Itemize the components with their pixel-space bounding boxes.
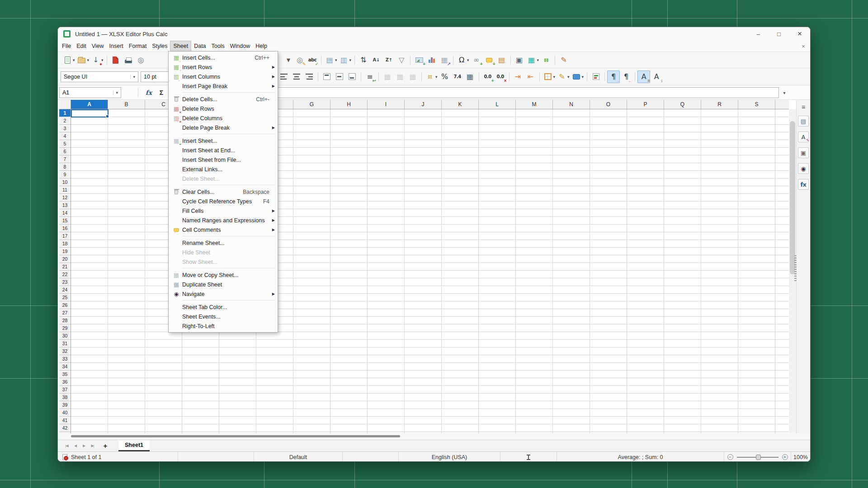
- sidebar-settings-icon[interactable]: ≡: [802, 103, 805, 111]
- format-as-date-button[interactable]: ▦: [464, 70, 476, 83]
- column-header-m[interactable]: M: [516, 100, 553, 109]
- sort-button[interactable]: ⇅: [357, 54, 370, 66]
- menubar-item-edit[interactable]: Edit: [74, 41, 89, 52]
- sum-button[interactable]: Σ: [156, 87, 166, 98]
- row-header-39[interactable]: 39: [59, 401, 71, 409]
- row-header-36[interactable]: 36: [59, 378, 71, 386]
- menubar-item-help[interactable]: Help: [253, 41, 270, 52]
- row-header-25[interactable]: 25: [59, 294, 71, 301]
- next-sheet-button[interactable]: ▶: [80, 444, 88, 448]
- row-header-16[interactable]: 16: [59, 225, 71, 232]
- menubar-item-tools[interactable]: Tools: [209, 41, 227, 52]
- align-left-button[interactable]: [278, 70, 290, 83]
- insert-chart-button[interactable]: [425, 54, 438, 66]
- selected-cell-a1[interactable]: [71, 109, 108, 117]
- headers-and-footers-button[interactable]: ▤: [495, 54, 508, 66]
- menu-item-navigate[interactable]: ◉Navigate▶: [169, 289, 278, 299]
- menu-item-named-ranges-and-expressions[interactable]: Named Ranges and Expressions▶: [169, 216, 278, 225]
- row-header-34[interactable]: 34: [59, 363, 71, 371]
- menu-item-delete-cells[interactable]: Delete Cells...Ctrl+-: [169, 94, 278, 104]
- column-header-b[interactable]: B: [108, 100, 145, 109]
- menubar-item-sheet[interactable]: Sheet: [170, 41, 191, 52]
- insert-image-button[interactable]: +: [413, 54, 425, 66]
- menubar-item-file[interactable]: File: [59, 41, 74, 52]
- styles-deck-button[interactable]: A✎: [798, 131, 809, 142]
- column-header-o[interactable]: O: [590, 100, 627, 109]
- align-right-button[interactable]: [303, 70, 316, 83]
- row-header-5[interactable]: 5: [59, 140, 71, 148]
- show-draw-functions-button[interactable]: ✎: [557, 54, 570, 66]
- row-header-2[interactable]: 2: [59, 117, 71, 125]
- row-header-4[interactable]: 4: [59, 132, 71, 140]
- menu-item-sheet-tab-color[interactable]: Sheet Tab Color...: [169, 302, 278, 312]
- border-color-button[interactable]: ▾: [571, 70, 585, 83]
- column-header-g[interactable]: G: [293, 100, 330, 109]
- add-decimal-place-button[interactable]: 0.0+: [481, 70, 494, 83]
- close-document-icon[interactable]: ×: [799, 41, 807, 52]
- maximize-button[interactable]: □: [769, 27, 789, 41]
- insert-hyperlink-button[interactable]: ∞+: [470, 54, 483, 66]
- increase-indent-button[interactable]: ⇥: [512, 70, 524, 83]
- insert-pivot-table-button[interactable]: ▦↗: [438, 54, 451, 66]
- open-file-button[interactable]: ▾: [76, 54, 90, 66]
- row-header-6[interactable]: 6: [59, 148, 71, 155]
- row-header-11[interactable]: 11: [59, 186, 71, 194]
- font-name-combo[interactable]: Segoe UI ▾: [61, 71, 138, 82]
- menu-item-insert-sheet-from-file[interactable]: Insert Sheet from File...: [169, 155, 278, 164]
- row-header-31[interactable]: 31: [59, 340, 71, 347]
- menu-item-insert-cells[interactable]: ▦→Insert Cells...Ctrl++: [169, 53, 278, 62]
- find-and-replace-button[interactable]: ◎✎: [293, 54, 306, 66]
- menu-item-insert-sheet[interactable]: ▦+Insert Sheet...: [169, 136, 278, 145]
- freeze-rows-and-columns-button[interactable]: ▦▾: [526, 54, 540, 66]
- zoom-level[interactable]: 100%: [791, 452, 810, 462]
- menu-item-insert-sheet-at-end[interactable]: Insert Sheet at End...: [169, 145, 278, 155]
- sort-descending-button[interactable]: Z↑: [382, 54, 395, 66]
- row-header-26[interactable]: 26: [59, 301, 71, 309]
- menubar-item-format[interactable]: Format: [126, 41, 150, 52]
- column-header-j[interactable]: J: [405, 100, 442, 109]
- menu-item-cell-comments[interactable]: Cell Comments▶: [169, 225, 278, 235]
- row-header-41[interactable]: 41: [59, 417, 71, 424]
- new-document-button[interactable]: ▾: [61, 54, 76, 66]
- zoom-out-icon[interactable]: −: [727, 454, 733, 460]
- menu-item-fill-cells[interactable]: Fill Cells▶: [169, 206, 278, 216]
- row-header-14[interactable]: 14: [59, 209, 71, 217]
- format-as-percent-button[interactable]: %: [439, 70, 451, 83]
- border-style-button[interactable]: ✎▾: [556, 70, 571, 83]
- font-size-combo[interactable]: 10 pt: [141, 71, 172, 82]
- row-header-38[interactable]: 38: [59, 394, 71, 401]
- column-header-t[interactable]: T: [775, 100, 789, 109]
- autofilter-button[interactable]: ▽: [395, 54, 408, 66]
- menu-item-insert-columns[interactable]: ▥←Insert Columns▶: [169, 72, 278, 81]
- sidebar-grip[interactable]: [794, 255, 797, 282]
- menu-item-insert-rows[interactable]: ▦↑Insert Rows▶: [169, 62, 278, 72]
- row-header-35[interactable]: 35: [59, 371, 71, 378]
- minimize-button[interactable]: –: [748, 27, 769, 41]
- insert-special-character-button[interactable]: Ω▾: [456, 54, 470, 66]
- zoom-slider-thumb[interactable]: [756, 455, 761, 460]
- row-header-37[interactable]: 37: [59, 386, 71, 394]
- wrap-text-button[interactable]: ≡↩: [363, 70, 376, 83]
- column-header-p[interactable]: P: [627, 100, 664, 109]
- menu-item-cycle-cell-reference-types[interactable]: Cycle Cell Reference TypesF4: [169, 197, 278, 206]
- vertical-scrollbar-thumb[interactable]: [790, 121, 795, 274]
- print-button[interactable]: [122, 54, 135, 66]
- align-center-button[interactable]: [290, 70, 303, 83]
- navigator-deck-button[interactable]: ◉: [798, 163, 809, 174]
- selection-stats[interactable]: Average: ; Sum: 0: [557, 452, 724, 462]
- redo-dropdown-button[interactable]: ▾: [282, 54, 295, 66]
- row-header-32[interactable]: 32: [59, 347, 71, 355]
- add-sheet-button[interactable]: +: [100, 442, 110, 450]
- menu-item-rename-sheet[interactable]: Rename Sheet...: [169, 238, 278, 248]
- zoom-in-icon[interactable]: +: [782, 454, 788, 460]
- first-sheet-button[interactable]: |◀: [62, 444, 71, 448]
- column-header-k[interactable]: K: [442, 100, 479, 109]
- row-header-28[interactable]: 28: [59, 317, 71, 324]
- page-style[interactable]: Default: [254, 452, 342, 462]
- menu-item-right-to-left[interactable]: Right-To-Left: [169, 321, 278, 331]
- function-wizard-button[interactable]: fx: [143, 87, 155, 98]
- menubar-item-styles[interactable]: Styles: [149, 41, 170, 52]
- row-header-17[interactable]: 17: [59, 232, 71, 240]
- zoom-slider[interactable]: [737, 457, 778, 458]
- previous-sheet-button[interactable]: ◀: [71, 444, 80, 448]
